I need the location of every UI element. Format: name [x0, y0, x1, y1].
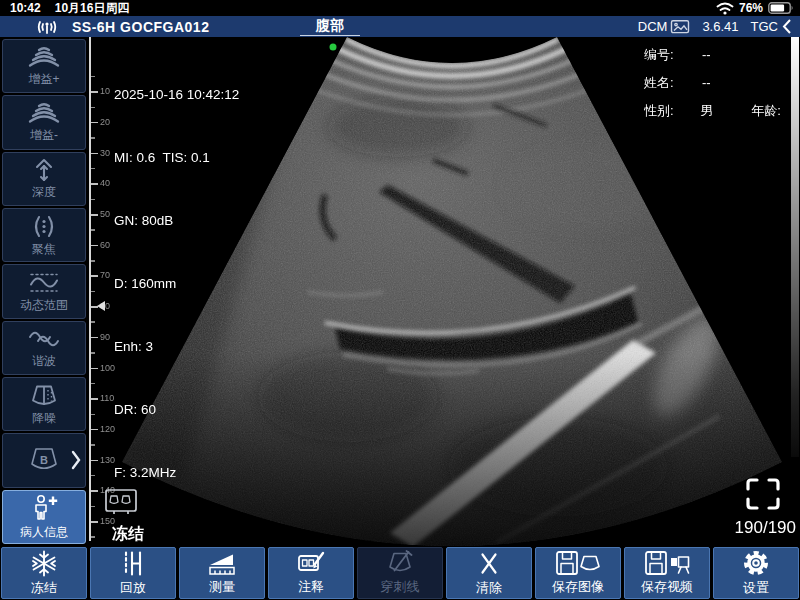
sidebar-item-harmonic[interactable]: 谐波	[2, 321, 86, 375]
depth-tick	[91, 229, 96, 231]
patient-info-panel: 编号: -- 姓名: -- 性别: 男 年龄: --	[644, 45, 800, 148]
sidebar-item-denoise[interactable]: 降噪	[2, 377, 86, 431]
toolbar-freeze-button[interactable]: 冻结	[1, 547, 87, 599]
status-bar: 10:42 10月16日周四 76%	[0, 0, 800, 16]
sidebar-item-label: 深度	[32, 184, 56, 201]
sidebar-item-gain-minus[interactable]: 增益-	[2, 95, 86, 149]
status-indicators: 76%	[716, 1, 794, 15]
toolbar-button-label: 测量	[209, 578, 235, 596]
sidebar-item-dynamic-range[interactable]: 动态范围	[2, 264, 86, 318]
app-header: SS-6H GOCFGA012 腹部 DCM 3.6.41 TGC	[0, 16, 800, 37]
toolbar-measure-button[interactable]: 测量	[179, 547, 265, 599]
clear-x-icon	[477, 550, 501, 577]
depth-label: 60	[100, 240, 110, 250]
sidebar-item-label: 降噪	[32, 410, 56, 427]
date: 10月16日周四	[55, 0, 130, 17]
depth-tick	[91, 168, 96, 170]
dcm-image-icon	[670, 19, 690, 34]
clock: 10:42	[10, 1, 41, 15]
sidebar-item-label: 病人信息	[20, 524, 68, 541]
depth-label: 10	[100, 86, 110, 96]
fullscreen-icon[interactable]	[744, 477, 782, 511]
toolbar-save-image-button[interactable]: 保存图像	[535, 547, 621, 599]
depth-label: 100	[100, 363, 115, 373]
chevron-left-icon	[782, 18, 792, 35]
sidebar-item-depth[interactable]: 深度	[2, 152, 86, 206]
sidebar-item-focus[interactable]: 聚焦	[2, 208, 86, 262]
playback-film-icon	[119, 550, 147, 577]
dynamic-range-icon	[24, 269, 64, 296]
svg-text:B: B	[40, 454, 48, 466]
param-line: F: 3.2MHz	[114, 462, 239, 483]
battery-icon	[768, 2, 794, 14]
toolbar-button-label: 穿刺线	[381, 578, 420, 596]
freeze-status: 冻结	[112, 524, 144, 545]
denoise-icon	[24, 382, 64, 409]
toolbar-button-label: 冻结	[31, 579, 57, 597]
depth-tick	[91, 398, 98, 400]
depth-tick	[91, 490, 98, 492]
toolbar-puncture-line-button[interactable]: 穿刺线	[357, 547, 443, 599]
param-line: DR: 60	[114, 399, 239, 420]
patient-name-row: 姓名: --	[644, 73, 800, 92]
header-right-group: DCM 3.6.41 TGC	[638, 18, 792, 35]
depth-tick	[91, 383, 96, 385]
param-line: GN: 80dB	[114, 210, 239, 231]
sidebar-item-label: 聚焦	[32, 241, 56, 258]
depth-tick	[91, 183, 98, 185]
tgc-label: TGC	[751, 19, 778, 34]
toolbar-button-label: 保存视频	[641, 578, 693, 596]
param-line: MI: 0.6 TIS: 0.1	[114, 147, 239, 168]
sidebar-item-patient-info[interactable]: 病人信息	[2, 490, 86, 544]
depth-tick	[91, 536, 96, 538]
focus-marker[interactable]	[97, 301, 105, 311]
depth-tick	[91, 91, 98, 93]
depth-tick	[91, 137, 96, 139]
depth-icon	[24, 156, 64, 183]
dual-screen-icon[interactable]	[104, 485, 138, 519]
depth-label: 90	[100, 332, 110, 342]
depth-tick	[91, 122, 98, 124]
exam-mode-selector[interactable]: 腹部	[300, 16, 360, 36]
b-mode-icon: B	[22, 445, 66, 475]
save-video-icon	[644, 550, 690, 576]
dcm-label: DCM	[638, 19, 668, 34]
tgc-button[interactable]: TGC	[751, 18, 792, 35]
depth-tick	[91, 506, 96, 508]
puncture-line-icon	[385, 550, 415, 576]
depth-tick	[91, 76, 96, 78]
depth-label: 70	[100, 270, 110, 280]
depth-tick	[91, 275, 98, 277]
grayscale-bar	[791, 37, 799, 457]
depth-tick	[91, 352, 96, 354]
annotate-pencil-icon	[296, 550, 326, 576]
harmonic-icon	[24, 325, 64, 352]
sidebar-item-label: 增益+	[28, 71, 59, 88]
measure-ruler-icon	[207, 551, 237, 576]
depth-label: 50	[100, 209, 110, 219]
app-version: 3.6.41	[702, 19, 738, 34]
toolbar-clear-button[interactable]: 清除	[446, 547, 532, 599]
toolbar-settings-button[interactable]: 设置	[713, 547, 799, 599]
freeze-snowflake-icon	[30, 550, 58, 577]
gain-plus-icon	[24, 44, 64, 70]
ultrasound-app: 10:42 10月16日周四 76% SS-6H GOCFGA012 腹部 DC…	[0, 0, 800, 600]
dcm-toggle[interactable]: DCM	[638, 19, 691, 34]
sidebar-item-b-mode[interactable]: B	[2, 433, 86, 487]
timestamp: 2025-10-16 10:42:12	[114, 84, 239, 105]
sidebar-item-label: 动态范围	[20, 297, 68, 314]
frame-counter: 190/190	[735, 518, 796, 538]
toolbar-playback-button[interactable]: 回放	[90, 547, 176, 599]
toolbar-save-video-button[interactable]: 保存视频	[624, 547, 710, 599]
wifi-icon	[716, 2, 734, 15]
depth-label: 20	[100, 117, 110, 127]
depth-label: 120	[100, 424, 115, 434]
depth-label: 40	[100, 178, 110, 188]
orientation-marker	[330, 44, 337, 51]
toolbar-button-label: 清除	[476, 579, 502, 597]
toolbar-annotate-button[interactable]: 注释	[268, 547, 354, 599]
sidebar-item-gain-plus[interactable]: 增益+	[2, 39, 86, 93]
depth-tick	[91, 475, 96, 477]
depth-tick	[91, 321, 96, 323]
depth-tick	[91, 214, 98, 216]
